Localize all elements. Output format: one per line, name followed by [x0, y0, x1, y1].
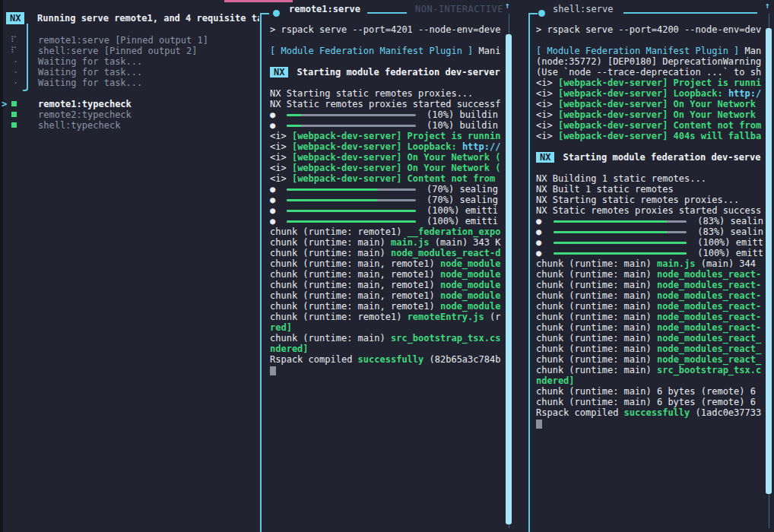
scroll-up-arrow-icon[interactable]: ↑ [505, 1, 510, 11]
progress-bar [287, 210, 416, 212]
progress-bullet-icon: ● [536, 237, 554, 248]
nx-message: Starting module federation dev-serve [563, 152, 760, 163]
task-row[interactable]: ·Waiting for task... [0, 78, 259, 88]
text-segment: chunk (runtime: main) [270, 248, 391, 258]
progress-bar [287, 220, 416, 223]
progress-bar [287, 125, 416, 127]
text-segment: src_bootstrap_tsx.cs [391, 333, 501, 344]
terminal-line: NX Static remotes proxies started succes… [270, 99, 498, 109]
pending-dot-icon: · [13, 56, 18, 67]
task-row[interactable]: remote2:typecheck [0, 109, 259, 120]
terminal-line [536, 35, 764, 46]
text-segment: chunk (runtime: main) [536, 344, 657, 354]
scrollbar-thumb[interactable] [506, 34, 512, 524]
progress-label: (83%) sealin [692, 216, 763, 226]
text-segment: Rspack compiled [270, 354, 358, 365]
pane-title: shell:serve [553, 4, 613, 14]
text-segment: chunk (runtime: main) [270, 333, 391, 344]
terminal-line: [ Module Federation Manifest Plugin ] Ma… [270, 46, 498, 56]
text-segment: <i> [536, 78, 558, 88]
progress-bullet-icon: ● [270, 109, 287, 120]
text-segment: chunk (runtime: main) [536, 354, 657, 365]
text-segment: chunk (runtime: remote1) [270, 226, 408, 237]
progress-label: (100%) emitti [421, 216, 498, 226]
text-segment: chunk (runtime: main) 6 bytes (remote) 6 [536, 386, 756, 397]
pending-dot-icon: · [13, 67, 18, 78]
text-segment: chunk (runtime: main, remote1) [270, 280, 440, 290]
terminal-line [536, 163, 764, 173]
text-segment: (1adc0e37733 [690, 407, 761, 418]
text-segment: Rspack compiled [536, 407, 624, 418]
text-segment: successfully [358, 354, 424, 365]
task-row[interactable]: ⠏remote1:serve [Pinned output 1] [0, 35, 259, 46]
text-segment: main.js [657, 258, 696, 269]
pane-header-remote1-serve: remote1:serve NON-INTERACTIVE [270, 4, 515, 14]
terminal-line: chunk (runtime: main) node_modules_react… [536, 354, 764, 365]
terminal-line: chunk (runtime: main) src_bootstrap_tsx.… [536, 365, 764, 375]
text-segment: red] [270, 322, 292, 333]
block-cursor [270, 366, 276, 375]
terminal-line: <i> [webpack-dev-server] Project is runn… [536, 78, 764, 88]
pinned-task-list: ⠏remote1:serve [Pinned output 1]⠏shell:s… [0, 35, 259, 88]
text-segment: [webpack-dev-server] Content not from [292, 173, 495, 184]
text-segment: <i> [270, 141, 292, 152]
task-row[interactable]: ·Waiting for task... [0, 56, 259, 67]
text-segment: node_module [440, 290, 500, 301]
text-segment: chunk (runtime: main) [536, 280, 657, 290]
progress-bullet-icon: ● [270, 184, 287, 195]
terminal-line: <i> [webpack-dev-server] On Your Network [536, 109, 764, 120]
nx-logo-badge: NX [6, 12, 24, 24]
text-segment: <i> [536, 120, 558, 131]
terminal-line: <i> [webpack-dev-server] On Your Network… [270, 152, 498, 163]
terminal-line: Rspack compiled successfully (82b65a3c78… [270, 354, 498, 365]
progress-line: ● (70%) sealing [270, 195, 498, 205]
terminal-line: chunk (runtime: main, remote1) node_modu… [270, 280, 498, 290]
progress-bullet-icon: ● [270, 195, 287, 205]
terminal-line: chunk (runtime: main) node_modules_react… [536, 333, 764, 344]
progress-label: (100%) emitt [692, 248, 763, 258]
terminal-line: chunk (runtime: remote1) remoteEntry.js … [270, 312, 498, 322]
progress-bar [554, 252, 687, 255]
text-segment: chunk (runtime: main) [536, 333, 657, 344]
progress-label: (10%) buildin [421, 109, 498, 120]
progress-line: ● (10%) buildin [270, 109, 498, 120]
success-square-icon [11, 112, 17, 117]
task-row[interactable]: shell:typecheck [0, 120, 259, 131]
progress-label: (100%) emitti [421, 205, 498, 216]
task-row[interactable]: ·Waiting for task... [0, 67, 259, 78]
text-segment: [webpack-dev-server] Loopback: [558, 88, 728, 99]
progress-bullet-icon: ● [270, 205, 287, 216]
terminal-line: NX Built 1 static remotes [536, 184, 764, 195]
text-segment: (82b65a3c784b [423, 354, 500, 365]
text-segment: ndered] [270, 344, 309, 354]
scroll-up-arrow-icon[interactable]: ↑ [765, 1, 770, 11]
text-segment: (Use `node --trace-deprecation ...` to s… [536, 67, 761, 78]
task-label: shell:serve [Pinned output 2] [38, 46, 198, 56]
task-label: remote2:typecheck [38, 109, 132, 120]
text-segment: __federation_expo [408, 226, 501, 237]
terminal-line: chunk (runtime: main) node_modules_react… [536, 312, 764, 322]
progress-bullet-icon: ● [536, 216, 554, 226]
text-segment: chunk (runtime: main, remote1) [270, 269, 440, 280]
task-label: shell:typecheck [38, 120, 120, 131]
scrollbar-thumb[interactable] [766, 28, 772, 494]
terminal-line [270, 35, 498, 46]
progress-bullet-icon: ● [536, 226, 554, 237]
progress-bar [287, 199, 416, 201]
terminal-line: chunk (runtime: main) node_modules_react… [536, 344, 764, 354]
task-row[interactable]: >remote1:typecheck [0, 99, 259, 109]
text-segment: node_modules_react- [657, 280, 761, 290]
text-segment: NX Starting static remotes proxies... [270, 88, 473, 99]
terminal-line: <i> [webpack-dev-server] Project is runn… [270, 131, 498, 141]
task-label: remote1:typecheck [38, 99, 132, 109]
pending-dot-icon: · [13, 78, 18, 88]
spinner-icon: ⠏ [11, 35, 17, 46]
terminal-line: chunk (runtime: main, remote1) node_modu… [270, 301, 498, 312]
task-row[interactable]: ⠏shell:serve [Pinned output 2] [0, 46, 259, 56]
text-segment: node_modules_react_ [657, 354, 761, 365]
terminal-output-remote1-serve: > rspack serve --port=4201 --node-env=de… [270, 24, 498, 375]
text-segment: (main) 344 [696, 258, 756, 269]
task-list-pane: NX Running serve remote1, and 4 requisit… [0, 0, 259, 532]
text-segment: chunk (runtime: remote1) [270, 312, 408, 322]
text-segment: NX Starting static remotes proxies... [536, 195, 739, 205]
